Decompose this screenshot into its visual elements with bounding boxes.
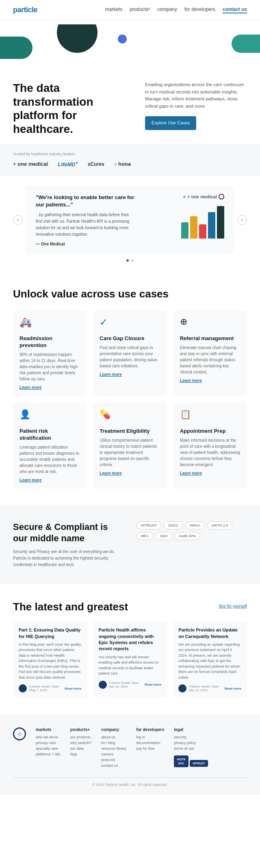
testimonial-section: ‹ "We're looking to enable better care f… bbox=[0, 176, 260, 271]
plus-icon: + bbox=[183, 194, 186, 199]
card-appointment-link[interactable]: Learn more bbox=[180, 471, 240, 475]
nav-developers[interactable]: for developers bbox=[184, 7, 215, 13]
card-referral-desc: Eliminate manual chart chasing and stay … bbox=[180, 345, 240, 375]
footer-link-pay-free[interactable]: pay for free bbox=[136, 746, 164, 751]
hero-description: Enabling organizations across the care c… bbox=[145, 81, 247, 110]
footer-link-security[interactable]: security bbox=[174, 735, 208, 739]
article-0-date: May 7, 2024 bbox=[29, 688, 62, 692]
shape-dark-swirl bbox=[57, 20, 98, 53]
footer-link-about[interactable]: about us bbox=[101, 735, 126, 739]
use-cases-section: Unlock value across use cases 🚑 Readmiss… bbox=[0, 271, 260, 505]
footer-link-why-particle[interactable]: why particle? bbox=[70, 741, 92, 745]
explore-button[interactable]: Explore Use Cases bbox=[145, 116, 196, 130]
dot-2[interactable] bbox=[131, 259, 134, 262]
nav-company[interactable]: company bbox=[157, 7, 177, 13]
footer-link-our-data[interactable]: our data bbox=[70, 746, 92, 751]
footer-link-faqs[interactable]: faqs bbox=[70, 752, 92, 756]
card-treatment-link[interactable]: Learn more bbox=[100, 471, 160, 475]
article-2-date: Apr 12, 2024 bbox=[189, 688, 222, 692]
card-risk-link[interactable]: Learn more bbox=[20, 478, 80, 482]
card-care-gap: ✓ Care Gap Closure Find and close critic… bbox=[93, 310, 167, 396]
footer-link-careers[interactable]: careers bbox=[101, 752, 126, 756]
testimonial-text: "We're looking to enable better care for… bbox=[36, 194, 135, 246]
footer-inner: ○ markets who we serve primary care spec… bbox=[13, 727, 247, 769]
footer-link-blog[interactable]: hc+ blog bbox=[101, 741, 126, 745]
footer-col-developers: for developers log in documentation pay … bbox=[136, 727, 164, 769]
badge-hipaa: HIPAA bbox=[185, 521, 205, 529]
footer-link-our-products[interactable]: our products bbox=[70, 735, 92, 739]
article-0-team: Particle Health Team bbox=[29, 685, 62, 688]
hero-section: The data transformation platform for hea… bbox=[0, 20, 260, 144]
footer-certs: AICPASOC HITRUST bbox=[174, 755, 208, 767]
article-2-team: Particle Health Team bbox=[189, 685, 222, 688]
testimonial-quote: "We're looking to enable better care for… bbox=[36, 194, 135, 208]
bar-4 bbox=[208, 212, 215, 239]
article-2-desc: We are providing an update regarding our… bbox=[178, 642, 241, 681]
trusted-logos: one medical LifeMD+ xCures ○ hona bbox=[13, 160, 247, 167]
nav-links: markets products² company for developers… bbox=[105, 7, 247, 13]
footer-link-primary-care[interactable]: primary care bbox=[36, 741, 61, 745]
article-0-meta: Particle Health Team May 7, 2024 bbox=[29, 685, 62, 692]
navigation: particle markets products² company for d… bbox=[0, 0, 260, 20]
article-0-title: Part 1: Ensuring Data Quality for HIE Qu… bbox=[19, 627, 82, 640]
latest-title: The latest and greatest bbox=[13, 601, 128, 613]
footer: ○ markets who we serve primary care spec… bbox=[0, 714, 260, 795]
article-1-team: Particle Health Team bbox=[109, 681, 142, 685]
article-2: Particle Provides an Update on Carequali… bbox=[173, 621, 247, 698]
card-appointment: 📋 Appointment Prep Make informed decisio… bbox=[173, 403, 247, 489]
footer-link-contact[interactable]: contact us bbox=[101, 764, 126, 768]
badge-soc2: SOC2 bbox=[164, 521, 183, 529]
testimonial-bars bbox=[181, 206, 224, 239]
article-0-footer: Particle Health Team May 7, 2024 Read mo… bbox=[19, 684, 82, 692]
card-care-gap-link[interactable]: Learn more bbox=[100, 372, 160, 377]
security-right: HITRUST SOC2 HIPAA xHITH 2.0 MFA SSO Aud… bbox=[136, 521, 247, 568]
shape-green-left bbox=[0, 37, 32, 59]
aicpa-badge: AICPASOC bbox=[174, 755, 188, 767]
card-referral-link[interactable]: Learn more bbox=[180, 378, 240, 383]
card-referral: ⊕ Referral management Eliminate manual c… bbox=[173, 310, 247, 396]
article-0-desc: In this blog post, we'll cover the quali… bbox=[19, 642, 82, 681]
care-gap-icon: ✓ bbox=[100, 317, 114, 331]
footer-link-terms[interactable]: terms of use bbox=[174, 746, 208, 751]
article-2-meta: Particle Health Team Apr 12, 2024 bbox=[189, 685, 222, 692]
prev-arrow[interactable]: ‹ bbox=[13, 215, 23, 225]
card-appointment-title: Appointment Prep bbox=[180, 428, 240, 435]
footer-link-platforms[interactable]: platforms + allx bbox=[36, 752, 61, 756]
card-care-gap-desc: Find and close critical gaps in preventa… bbox=[100, 345, 160, 369]
nav-products[interactable]: products² bbox=[130, 7, 150, 13]
nav-markets[interactable]: markets bbox=[105, 7, 123, 13]
footer-col-products: products+ our products why particle? our… bbox=[70, 727, 92, 769]
next-arrow[interactable]: › bbox=[237, 215, 247, 225]
card-readmission: 🚑 Readmission prevention 90% of readmiss… bbox=[13, 310, 87, 396]
article-1-meta: Particle Health Team Apr 19, 2024 bbox=[109, 681, 142, 688]
article-0: Part 1: Ensuring Data Quality for HIE Qu… bbox=[13, 621, 87, 698]
article-2-read[interactable]: Read more bbox=[225, 687, 241, 690]
footer-link-specialty-care[interactable]: specialty care bbox=[36, 746, 61, 751]
dot-1[interactable] bbox=[126, 259, 129, 262]
article-1-date: Apr 19, 2024 bbox=[109, 685, 142, 688]
card-appointment-desc: Make informed decisions at the point of … bbox=[180, 437, 240, 468]
logo-lifemd: LifeMD+ bbox=[58, 160, 78, 167]
footer-link-who-we-serve[interactable]: who we serve bbox=[36, 735, 61, 739]
carousel-dots bbox=[0, 259, 260, 262]
footer-col-products-heading: products+ bbox=[70, 727, 92, 732]
circle-icon bbox=[219, 194, 224, 200]
footer-link-resource-library[interactable]: resource library bbox=[101, 746, 126, 751]
use-cases-grid: 🚑 Readmission prevention 90% of readmiss… bbox=[13, 310, 247, 489]
footer-col-company-heading: company bbox=[101, 727, 126, 732]
article-1-title: Particle Health affirms ongoing connecti… bbox=[99, 627, 162, 652]
nav-contact[interactable]: contact us bbox=[223, 7, 247, 13]
footer-link-login[interactable]: log in bbox=[136, 735, 164, 739]
card-readmission-link[interactable]: Learn more bbox=[20, 385, 80, 390]
card-care-gap-title: Care Gap Closure bbox=[100, 335, 160, 342]
footer-col-legal: legal security privacy policy terms of u… bbox=[174, 727, 208, 769]
card-risk-title: Patient risk stratification bbox=[20, 428, 80, 442]
see-for-yourself-link[interactable]: See for yourself bbox=[219, 604, 247, 608]
article-0-read[interactable]: Read more bbox=[65, 687, 81, 690]
badge-hitrust: HITRUST bbox=[136, 521, 161, 529]
footer-link-privacy[interactable]: privacy policy bbox=[174, 741, 208, 745]
footer-link-documentation[interactable]: documentation bbox=[136, 741, 164, 745]
article-1-read[interactable]: Read more bbox=[145, 683, 161, 686]
treatment-icon: 💊 bbox=[100, 409, 114, 424]
footer-link-press[interactable]: press kit bbox=[101, 758, 126, 762]
